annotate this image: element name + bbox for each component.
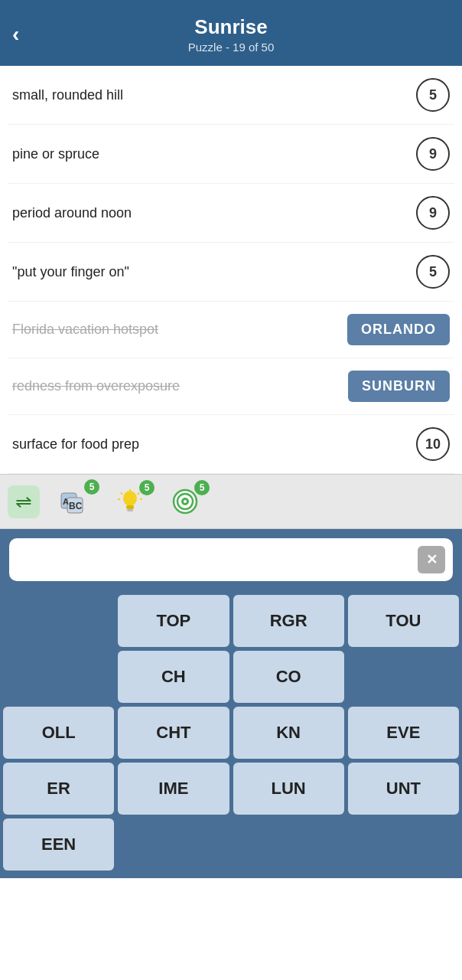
empty-cell bbox=[118, 818, 229, 871]
toolbar: ⇌ BC A 5 5 bbox=[0, 474, 462, 529]
svg-text:BC: BC bbox=[69, 501, 83, 511]
header: ‹ Sunrise Puzzle - 19 of 50 bbox=[0, 0, 462, 66]
back-button[interactable]: ‹ bbox=[12, 22, 19, 47]
clue-text-4: "put your finger on" bbox=[12, 264, 408, 280]
clue-text-1: small, rounded hill bbox=[12, 87, 408, 103]
clues-section: small, rounded hill5pine or spruce9perio… bbox=[0, 66, 462, 474]
letter-cell-ER[interactable]: ER bbox=[3, 763, 114, 815]
clue-count-7: 10 bbox=[416, 427, 450, 461]
clue-count-4: 5 bbox=[416, 255, 450, 289]
letter-cell-TOP[interactable]: TOP bbox=[118, 595, 229, 647]
clue-count-3: 9 bbox=[416, 196, 450, 230]
target-hint-button[interactable]: 5 bbox=[164, 483, 207, 520]
svg-rect-5 bbox=[126, 505, 134, 509]
clue-row-6: redness from overexposureSUNBURN bbox=[8, 358, 454, 415]
letter-cell-EVE[interactable]: EVE bbox=[348, 707, 459, 759]
letter-cell-IME[interactable]: IME bbox=[118, 763, 229, 815]
svg-line-8 bbox=[121, 492, 122, 495]
letter-cell-LUN[interactable]: LUN bbox=[233, 763, 344, 815]
clue-text-2: pine or spruce bbox=[12, 146, 408, 162]
bulb-badge: 5 bbox=[139, 480, 155, 495]
clue-row-7: surface for food prep10 bbox=[8, 415, 454, 474]
letter-cell-CH[interactable]: CH bbox=[118, 651, 229, 703]
clear-button[interactable]: ✕ bbox=[418, 546, 445, 573]
clue-count-1: 5 bbox=[416, 78, 450, 112]
letter-cell-CO[interactable]: CO bbox=[233, 651, 344, 703]
empty-cell bbox=[233, 818, 344, 871]
letter-cell-OLL[interactable]: OLL bbox=[3, 707, 114, 759]
clue-count-2: 9 bbox=[416, 137, 450, 171]
clue-row-2: pine or spruce9 bbox=[8, 125, 454, 184]
letter-cell-KN[interactable]: KN bbox=[233, 707, 344, 759]
letter-grid: TOPRGRTOUCHCOOLLCHTKNEVEERIMELUNUNTEEN bbox=[0, 590, 462, 878]
letter-cell-EEN[interactable]: EEN bbox=[3, 818, 114, 871]
clue-row-5: Florida vacation hotspotORLANDO bbox=[8, 302, 454, 358]
clue-row-4: "put your finger on"5 bbox=[8, 243, 454, 302]
empty-cell bbox=[3, 595, 114, 647]
input-area: ✕ bbox=[0, 529, 462, 590]
abc-badge: 5 bbox=[84, 479, 99, 495]
svg-point-15 bbox=[184, 500, 187, 503]
empty-cell bbox=[348, 818, 459, 871]
header-title: Sunrise bbox=[188, 15, 275, 39]
clue-text-6: redness from overexposure bbox=[12, 378, 340, 394]
svg-text:A: A bbox=[63, 497, 69, 506]
clue-text-5: Florida vacation hotspot bbox=[12, 322, 340, 338]
abc-hint-button[interactable]: BC A 5 bbox=[52, 482, 96, 521]
svg-line-9 bbox=[138, 492, 139, 495]
letter-cell-CHT[interactable]: CHT bbox=[118, 707, 229, 759]
shuffle-icon: ⇌ bbox=[15, 490, 32, 514]
answer-input-box[interactable]: ✕ bbox=[9, 538, 453, 581]
svg-point-4 bbox=[123, 491, 137, 506]
clue-text-7: surface for food prep bbox=[12, 436, 408, 452]
clue-answer-6: SUNBURN bbox=[348, 371, 450, 402]
empty-cell bbox=[3, 651, 114, 703]
clue-answer-5: ORLANDO bbox=[347, 314, 450, 345]
bulb-hint-button[interactable]: 5 bbox=[109, 483, 151, 520]
letter-cell-UNT[interactable]: UNT bbox=[348, 763, 459, 815]
target-badge: 5 bbox=[194, 480, 210, 495]
letter-cell-RGR[interactable]: RGR bbox=[233, 595, 344, 647]
header-text: Sunrise Puzzle - 19 of 50 bbox=[188, 15, 275, 54]
clue-row-1: small, rounded hill5 bbox=[8, 66, 454, 125]
empty-cell bbox=[348, 651, 459, 703]
clue-text-3: period around noon bbox=[12, 205, 408, 221]
header-subtitle: Puzzle - 19 of 50 bbox=[188, 41, 275, 54]
letter-cell-TOU[interactable]: TOU bbox=[348, 595, 459, 647]
shuffle-button[interactable]: ⇌ bbox=[8, 485, 40, 518]
abc-icon: BC A bbox=[60, 487, 89, 516]
svg-rect-6 bbox=[127, 509, 133, 511]
clue-row-3: period around noon9 bbox=[8, 184, 454, 243]
